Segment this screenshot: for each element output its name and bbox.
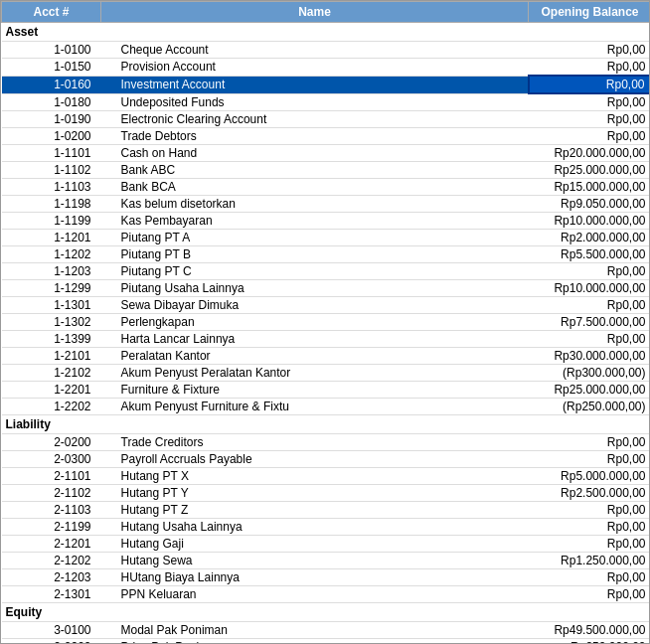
opening-balance: Rp0,00 xyxy=(529,263,651,280)
table-row[interactable]: 1-1103Bank BCARp15.000.000,00 xyxy=(2,179,651,196)
header-name: Name xyxy=(101,2,529,23)
account-name: Kas belum disetorkan xyxy=(101,196,529,213)
opening-balance: Rp0,00 xyxy=(529,128,651,145)
opening-balance: Rp0,00 xyxy=(529,536,651,553)
account-name: Trade Creditors xyxy=(101,434,529,451)
opening-balance: Rp0,00 xyxy=(529,586,651,603)
account-number: 1-1202 xyxy=(2,246,101,263)
account-number: 2-1202 xyxy=(2,553,101,569)
account-name: Harta Lancar Lainnya xyxy=(101,331,529,348)
table-row[interactable]: 1-2102Akum Penyust Peralatan Kantor(Rp30… xyxy=(2,365,651,382)
opening-balance: Rp1.250.000,00 xyxy=(529,553,651,569)
account-number: 2-0200 xyxy=(2,434,101,451)
table-row[interactable]: 2-1202Hutang SewaRp1.250.000,00 xyxy=(2,553,651,569)
opening-balance: (Rp300.000,00) xyxy=(529,365,651,382)
section-header-row: Liability xyxy=(2,415,651,434)
account-name: Electronic Clearing Account xyxy=(101,111,529,128)
opening-balance: Rp15.000.000,00 xyxy=(529,179,651,196)
table-row[interactable]: 1-2101Peralatan KantorRp30.000.000,00 xyxy=(2,348,651,365)
accounts-table-container[interactable]: Acct # Name Opening Balance Asset1-0100C… xyxy=(0,0,650,644)
table-row[interactable]: 1-0190Electronic Clearing AccountRp0,00 xyxy=(2,111,651,128)
opening-balance: Rp250.000,00 xyxy=(529,639,651,645)
opening-balance: Rp2.000.000,00 xyxy=(529,230,651,246)
account-number: 1-1198 xyxy=(2,196,101,213)
table-row[interactable]: 1-2201Furniture & FixtureRp25.000.000,00 xyxy=(2,382,651,399)
account-name: Hutang Sewa xyxy=(101,553,529,569)
table-row[interactable]: 1-1102Bank ABCRp25.000.000,00 xyxy=(2,162,651,179)
table-row[interactable]: 1-1302PerlengkapanRp7.500.000,00 xyxy=(2,314,651,331)
account-number: 1-1201 xyxy=(2,230,101,246)
account-number: 1-0150 xyxy=(2,59,101,77)
opening-balance: Rp0,00 xyxy=(529,502,651,519)
account-name: Hutang Usaha Lainnya xyxy=(101,519,529,536)
account-name: Hutang PT X xyxy=(101,468,529,485)
table-row[interactable]: 2-1199Hutang Usaha LainnyaRp0,00 xyxy=(2,519,651,536)
table-row[interactable]: 1-1201Piutang PT ARp2.000.000,00 xyxy=(2,230,651,246)
table-row[interactable]: 1-1301Sewa Dibayar DimukaRp0,00 xyxy=(2,297,651,314)
table-row[interactable]: 1-1399Harta Lancar LainnyaRp0,00 xyxy=(2,331,651,348)
header-acct: Acct # xyxy=(2,2,101,23)
table-row[interactable]: 1-0160Investment AccountRp0,00 xyxy=(2,76,651,93)
table-row[interactable]: 2-1201Hutang GajiRp0,00 xyxy=(2,536,651,553)
opening-balance: Rp0,00 xyxy=(529,434,651,451)
account-name: Piutang PT C xyxy=(101,263,529,280)
table-row[interactable]: 3-0100Modal Pak PonimanRp49.500.000,00 xyxy=(2,622,651,639)
table-row[interactable]: 2-1301PPN KeluaranRp0,00 xyxy=(2,586,651,603)
account-name: Hutang PT Y xyxy=(101,485,529,502)
opening-balance: Rp0,00 xyxy=(529,93,651,111)
table-row[interactable]: 1-1101Cash on HandRp20.000.000,00 xyxy=(2,145,651,162)
account-name: Furniture & Fixture xyxy=(101,382,529,399)
table-row[interactable]: 2-0200Trade CreditorsRp0,00 xyxy=(2,434,651,451)
account-name: Piutang PT B xyxy=(101,246,529,263)
opening-balance: Rp10.000.000,00 xyxy=(529,280,651,297)
account-name: HUtang Biaya Lainnya xyxy=(101,569,529,586)
table-row[interactable]: 2-0300Payroll Accruals PayableRp0,00 xyxy=(2,451,651,468)
account-name: Hutang Gaji xyxy=(101,536,529,553)
account-number: 1-1299 xyxy=(2,280,101,297)
opening-balance: Rp25.000.000,00 xyxy=(529,162,651,179)
account-name: Investment Account xyxy=(101,76,529,93)
account-number: 1-2201 xyxy=(2,382,101,399)
table-row[interactable]: 1-0100Cheque AccountRp0,00 xyxy=(2,42,651,59)
section-label: Liability xyxy=(2,415,651,434)
account-name: Piutang PT A xyxy=(101,230,529,246)
table-row[interactable]: 2-1102Hutang PT YRp2.500.000,00 xyxy=(2,485,651,502)
table-row[interactable]: 1-2202Akum Penyust Furniture & Fixtu(Rp2… xyxy=(2,399,651,415)
table-row[interactable]: 1-1198Kas belum disetorkanRp9.050.000,00 xyxy=(2,196,651,213)
opening-balance: Rp10.000.000,00 xyxy=(529,213,651,230)
table-row[interactable]: 1-0150Provision AccountRp0,00 xyxy=(2,59,651,77)
header-balance: Opening Balance xyxy=(529,2,651,23)
table-row[interactable]: 1-1199Kas PembayaranRp10.000.000,00 xyxy=(2,213,651,230)
table-row[interactable]: 1-0180Undeposited FundsRp0,00 xyxy=(2,93,651,111)
account-number: 1-0200 xyxy=(2,128,101,145)
opening-balance: Rp25.000.000,00 xyxy=(529,382,651,399)
opening-balance: Rp5.500.000,00 xyxy=(529,246,651,263)
account-name: Provision Account xyxy=(101,59,529,77)
table-row[interactable]: 1-0200Trade DebtorsRp0,00 xyxy=(2,128,651,145)
table-row[interactable]: 1-1299Piutang Usaha LainnyaRp10.000.000,… xyxy=(2,280,651,297)
account-number: 2-1301 xyxy=(2,586,101,603)
opening-balance: Rp5.000.000,00 xyxy=(529,468,651,485)
opening-balance: Rp0,00 xyxy=(529,451,651,468)
account-number: 1-1102 xyxy=(2,162,101,179)
table-row[interactable]: 1-1203Piutang PT CRp0,00 xyxy=(2,263,651,280)
account-name: Akum Penyust Peralatan Kantor xyxy=(101,365,529,382)
account-name: Sewa Dibayar Dimuka xyxy=(101,297,529,314)
opening-balance: Rp0,00 xyxy=(529,42,651,59)
account-name: Peralatan Kantor xyxy=(101,348,529,365)
account-name: Undeposited Funds xyxy=(101,93,529,111)
account-number: 2-1101 xyxy=(2,468,101,485)
section-header-row: Equity xyxy=(2,603,651,622)
table-row[interactable]: 2-1203HUtang Biaya LainnyaRp0,00 xyxy=(2,569,651,586)
opening-balance: Rp49.500.000,00 xyxy=(529,622,651,639)
account-number: 1-1199 xyxy=(2,213,101,230)
account-number: 1-0190 xyxy=(2,111,101,128)
table-row[interactable]: 1-1202Piutang PT BRp5.500.000,00 xyxy=(2,246,651,263)
table-row[interactable]: 2-1103Hutang PT ZRp0,00 xyxy=(2,502,651,519)
account-number: 1-2202 xyxy=(2,399,101,415)
account-name: Trade Debtors xyxy=(101,128,529,145)
table-row[interactable]: 2-1101Hutang PT XRp5.000.000,00 xyxy=(2,468,651,485)
account-number: 2-1199 xyxy=(2,519,101,536)
table-row[interactable]: 3-0200Prive Pak PonimanRp250.000,00 xyxy=(2,639,651,645)
account-name: Modal Pak Poniman xyxy=(101,622,529,639)
